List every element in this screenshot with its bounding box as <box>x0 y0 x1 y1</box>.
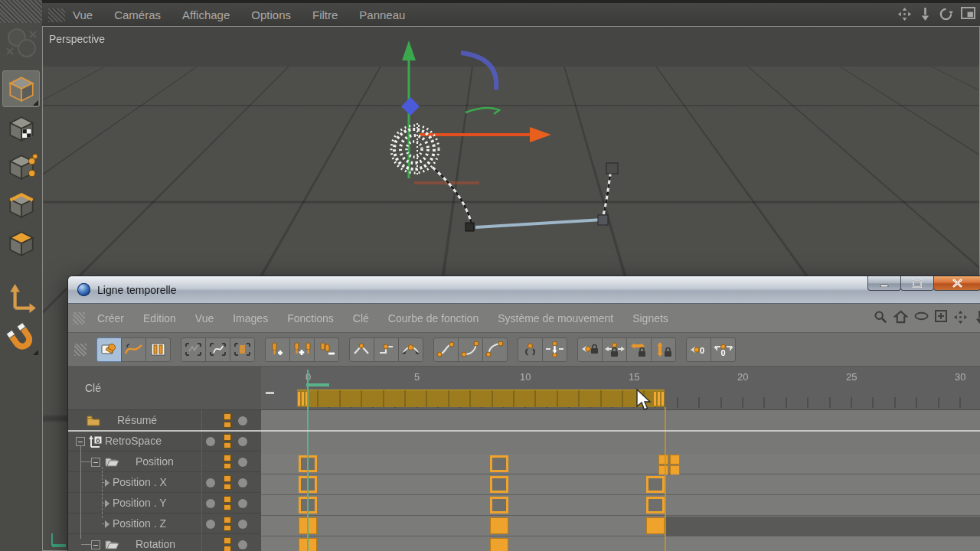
summary-range-bar[interactable] <box>297 390 665 407</box>
tl-menu-images[interactable]: Images <box>233 312 268 324</box>
scene-tools-disabled[interactable] <box>2 26 40 63</box>
collapse-toggle[interactable] <box>91 540 100 549</box>
mute-dot[interactable] <box>238 499 247 508</box>
toolbar-drag-handle[interactable] <box>74 344 87 356</box>
fcurve-mode-button[interactable] <box>121 337 146 362</box>
z-axis-handle[interactable] <box>401 97 420 116</box>
track-lane-4[interactable] <box>261 536 980 551</box>
tl-menu-clé[interactable]: Clé <box>353 312 369 324</box>
toggle-view-icon[interactable] <box>961 7 975 21</box>
snap-tool[interactable] <box>2 320 40 357</box>
timeline-titlebar[interactable]: Ligne temporelle <box>68 276 980 304</box>
lock-tangent-weight-button[interactable] <box>602 337 627 362</box>
lock-tangent-angle-button[interactable] <box>577 337 603 362</box>
key-mode-button[interactable] <box>96 337 122 362</box>
keyframe[interactable] <box>490 455 508 472</box>
interp-ease-out-button[interactable] <box>482 337 508 362</box>
solo-dot[interactable] <box>206 478 215 487</box>
timeline-ruler[interactable]: 051015202530 <box>261 367 980 410</box>
tangent-break-button[interactable] <box>542 337 567 362</box>
tl-menu-signets[interactable]: Signets <box>632 312 668 324</box>
mute-dot[interactable] <box>238 520 247 529</box>
keyframe[interactable] <box>490 476 508 493</box>
close-button[interactable] <box>933 276 980 291</box>
points-mode-tool[interactable] <box>2 148 40 185</box>
track-row-position[interactable]: Position <box>68 452 261 472</box>
track-row-position-z[interactable]: Position . Z <box>68 514 261 534</box>
solo-dot[interactable] <box>206 499 215 508</box>
menu-filtre[interactable]: Filtre <box>312 8 338 21</box>
keyframe[interactable] <box>490 517 508 534</box>
zero-angle-button[interactable]: 0 <box>686 337 711 362</box>
solo-dot[interactable] <box>206 520 215 529</box>
track-lane-2[interactable] <box>261 495 980 516</box>
track-row-résumé[interactable]: Résumé <box>68 410 261 431</box>
rotate-icon[interactable] <box>939 7 953 21</box>
region-keys-button[interactable] <box>181 337 206 362</box>
mute-dot[interactable] <box>238 416 247 425</box>
motion-path-segment[interactable] <box>475 220 603 227</box>
menu-caméras[interactable]: Caméras <box>114 8 161 21</box>
axis-mode-tool[interactable] <box>2 280 40 317</box>
tl-menu-edition[interactable]: Edition <box>143 312 176 324</box>
collapse-toggle[interactable] <box>91 458 100 467</box>
zero-length-button[interactable]: 0 <box>710 337 736 362</box>
tangent-linear-button[interactable] <box>349 337 374 362</box>
add-keys-button[interactable] <box>289 337 315 362</box>
eye-icon[interactable] <box>914 310 929 328</box>
keyframe[interactable] <box>646 497 665 514</box>
solo-dot[interactable] <box>206 437 215 446</box>
region-clip-button[interactable] <box>230 337 255 362</box>
collapse-toggle[interactable] <box>76 437 85 446</box>
keyframe-cluster[interactable] <box>658 455 668 465</box>
tangent-clamp-button[interactable] <box>398 337 423 362</box>
mute-dot[interactable] <box>238 478 247 487</box>
mute-dot[interactable] <box>238 458 247 467</box>
move-icon[interactable] <box>897 7 912 21</box>
expand-triangle[interactable] <box>105 500 109 507</box>
track-keys-icon[interactable] <box>224 434 231 448</box>
track-lane-0[interactable] <box>261 454 980 474</box>
x-axis-arrowhead[interactable] <box>530 127 551 142</box>
menu-affichage[interactable]: Affichage <box>182 8 230 21</box>
y-axis-arrowhead[interactable] <box>402 41 416 60</box>
track-row-position-x[interactable]: Position . X <box>68 472 261 493</box>
maximize-button[interactable] <box>900 276 934 291</box>
remove-keys-button[interactable] <box>314 337 339 362</box>
mute-dot[interactable] <box>238 540 247 549</box>
track-keys-icon[interactable] <box>224 455 231 469</box>
range-grip-left[interactable] <box>298 392 308 406</box>
keyframe-cluster[interactable] <box>670 455 680 465</box>
search-icon[interactable] <box>874 310 887 328</box>
tl-menu-créer[interactable]: Créer <box>97 312 124 324</box>
lock-value-button[interactable] <box>651 337 676 362</box>
range-grip-right[interactable] <box>654 392 664 406</box>
sidebar-drag-corner[interactable] <box>0 0 42 23</box>
move-icon[interactable] <box>953 310 968 328</box>
lock-time-button[interactable] <box>626 337 652 362</box>
convert-editable-tool[interactable] <box>2 70 40 107</box>
path-node[interactable] <box>598 215 608 225</box>
tangent-brackets-button[interactable] <box>518 337 543 362</box>
expand-triangle[interactable] <box>105 520 109 528</box>
texture-mode-tool[interactable] <box>2 110 40 147</box>
track-row-retrospace[interactable]: 0RetroSpace <box>68 431 261 452</box>
track-row-position-y[interactable]: Position . Y <box>68 493 261 514</box>
keyframe[interactable] <box>490 538 508 551</box>
menu-vue[interactable]: Vue <box>73 8 93 21</box>
tl-menu-vue[interactable]: Vue <box>195 312 214 324</box>
add-key-button[interactable] <box>265 337 290 362</box>
minimize-button[interactable] <box>867 276 901 291</box>
menu-options[interactable]: Options <box>251 8 291 21</box>
menu-drag-handle[interactable] <box>73 312 85 324</box>
retrospace-object[interactable] <box>391 123 439 177</box>
tangent-step-button[interactable] <box>374 337 399 362</box>
track-row-rotation[interactable]: Rotation <box>68 534 261 551</box>
track-keys-icon[interactable] <box>224 517 231 531</box>
summary-collapse-icon[interactable] <box>266 392 274 394</box>
tl-menu-système-de-mouvement[interactable]: Système de mouvement <box>498 312 613 324</box>
scale-icon[interactable] <box>920 7 931 21</box>
expand-triangle[interactable] <box>105 479 109 487</box>
track-keys-icon[interactable] <box>224 496 231 510</box>
interp-smooth-button[interactable] <box>433 337 459 362</box>
